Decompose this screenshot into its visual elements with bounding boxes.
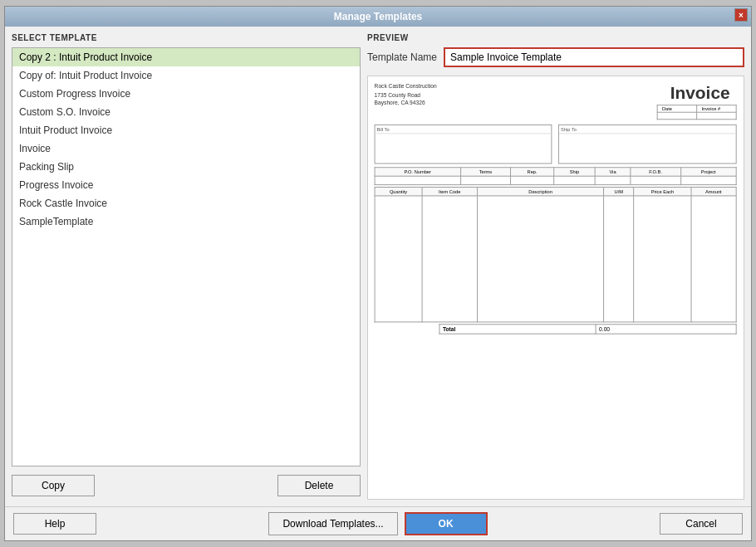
bill-to-label: Bill To: [376, 125, 552, 134]
line-item-row: [375, 196, 736, 322]
invoice-inner: Rock Castle Construction 1735 County Roa…: [368, 76, 743, 342]
list-item[interactable]: Custom S.O. Invoice: [12, 103, 360, 121]
select-template-label: SELECT TEMPLATE: [12, 33, 361, 42]
list-item[interactable]: Custom Progress Invoice: [12, 85, 360, 103]
list-item[interactable]: Packing Slip: [12, 158, 360, 176]
po-val: [375, 176, 460, 184]
download-templates-button[interactable]: Download Templates...: [268, 512, 397, 535]
template-name-label: Template Name: [367, 51, 437, 63]
project-val: [681, 176, 736, 184]
address-section: Bill To Ship To: [375, 125, 737, 164]
invoice-date-table: Date Invoice #: [656, 105, 736, 120]
list-item[interactable]: Copy 2 : Intuit Product Invoice: [12, 48, 360, 66]
col-item-code: Item Code: [422, 187, 478, 195]
preview-label: PREVIEW: [367, 33, 744, 42]
price-each-cell: [634, 196, 691, 322]
copy-button[interactable]: Copy: [12, 475, 95, 496]
total-empty: [375, 325, 439, 334]
amount-cell: [691, 196, 736, 322]
help-button[interactable]: Help: [13, 513, 96, 535]
col-fob: F.O.B.: [630, 168, 680, 176]
left-button-row: Copy Delete: [12, 471, 361, 500]
date-value: [657, 112, 697, 120]
total-label: Total: [439, 325, 596, 334]
address-line2: Bayshore, CA 94326: [375, 100, 437, 108]
description-cell: [478, 196, 604, 322]
date-header: Date: [657, 105, 697, 113]
footer-right: Cancel: [660, 513, 743, 535]
invoice-num-header: Invoice #: [696, 105, 736, 113]
close-button[interactable]: ×: [734, 8, 748, 22]
ship-val: [553, 176, 595, 184]
list-item[interactable]: Invoice: [12, 139, 360, 158]
col-project: Project: [681, 168, 736, 176]
col-terms: Terms: [460, 168, 510, 176]
bill-to-box: Bill To: [375, 125, 552, 164]
invoice-num-value: [696, 112, 736, 120]
col-via: Via: [596, 168, 631, 176]
list-item[interactable]: Rock Castle Invoice: [12, 194, 360, 212]
company-info: Rock Castle Construction 1735 County Roa…: [375, 83, 437, 108]
list-item[interactable]: SampleTemplate: [12, 212, 360, 231]
col-amount: Amount: [691, 187, 736, 195]
dialog-footer: Help Download Templates... OK Cancel: [5, 506, 751, 540]
template-name-input[interactable]: [444, 47, 744, 67]
footer-left: Help: [13, 513, 96, 535]
col-um: U/M: [604, 187, 634, 195]
invoice-header: Rock Castle Construction 1735 County Roa…: [375, 83, 737, 120]
col-ship: Ship: [553, 168, 595, 176]
dialog-title: Manage Templates: [334, 11, 422, 22]
col-rep: Rep.: [511, 168, 554, 176]
col-po: P.O. Number: [375, 168, 460, 176]
col-quantity: Quantity: [375, 187, 422, 195]
po-terms-table: P.O. Number Terms Rep. Ship Via F.O.B. P…: [375, 167, 737, 185]
total-table: Total 0.00: [375, 324, 737, 334]
col-price-each: Price Each: [634, 187, 691, 195]
invoice-title-area: Invoice Date Invoice #: [656, 83, 736, 120]
qty-cell: [375, 196, 422, 322]
list-item[interactable]: Progress Invoice: [12, 176, 360, 194]
left-panel: SELECT TEMPLATE Copy 2 : Intuit Product …: [12, 33, 361, 500]
fob-val: [630, 176, 680, 184]
template-list[interactable]: Copy 2 : Intuit Product InvoiceCopy of: …: [12, 47, 361, 466]
ship-to-label: Ship To: [559, 125, 735, 134]
invoice-title: Invoice: [670, 83, 730, 104]
col-description: Description: [478, 187, 604, 195]
rep-val: [511, 176, 554, 184]
template-name-row: Template Name: [367, 47, 744, 67]
ship-to-box: Ship To: [558, 125, 736, 164]
cancel-button[interactable]: Cancel: [660, 513, 743, 535]
right-panel: PREVIEW Template Name Rock Castle Constr…: [367, 33, 744, 500]
manage-templates-dialog: Manage Templates × SELECT TEMPLATE Copy …: [4, 6, 752, 541]
item-code-cell: [422, 196, 478, 322]
um-cell: [604, 196, 634, 322]
list-item[interactable]: Copy of: Intuit Product Invoice: [12, 66, 360, 85]
company-name: Rock Castle Construction: [375, 83, 437, 91]
ok-button[interactable]: OK: [405, 512, 488, 535]
address-line1: 1735 County Road: [375, 91, 437, 100]
invoice-preview: Rock Castle Construction 1735 County Roa…: [367, 76, 744, 500]
titlebar: Manage Templates ×: [5, 7, 751, 27]
footer-center: Download Templates... OK: [268, 512, 487, 535]
list-item[interactable]: Intuit Product Invoice: [12, 121, 360, 139]
line-items-table: Quantity Item Code Description U/M Price…: [375, 187, 737, 322]
close-icon: ×: [739, 11, 744, 20]
terms-val: [460, 176, 510, 184]
via-val: [596, 176, 631, 184]
delete-button[interactable]: Delete: [277, 475, 361, 496]
total-value: 0.00: [596, 325, 736, 334]
dialog-body: SELECT TEMPLATE Copy 2 : Intuit Product …: [5, 27, 751, 506]
